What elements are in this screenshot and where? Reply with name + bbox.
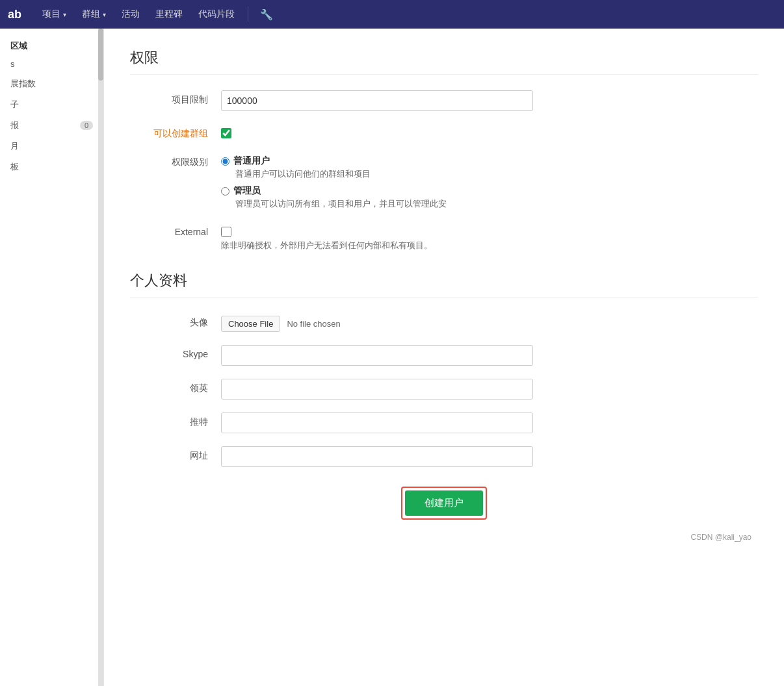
website-control bbox=[221, 446, 533, 467]
skype-input[interactable] bbox=[221, 345, 533, 366]
sidebar-item-board[interactable]: 板 bbox=[0, 157, 103, 177]
nav-item-snippets[interactable]: 代码片段 bbox=[190, 0, 242, 29]
website-input[interactable] bbox=[221, 446, 533, 467]
can-create-group-checkbox[interactable] bbox=[221, 128, 231, 138]
sidebar-scrollbar bbox=[98, 29, 103, 686]
nav-divider bbox=[248, 6, 248, 22]
wrench-icon[interactable]: 🔧 bbox=[254, 8, 280, 21]
regular-user-label: 普通用户 bbox=[233, 155, 270, 167]
nav-item-groups[interactable]: 群组 ▾ bbox=[74, 0, 114, 29]
nav-item-milestones[interactable]: 里程碑 bbox=[148, 0, 190, 29]
external-desc: 除非明确授权，外部用户无法看到任何内部和私有项目。 bbox=[221, 240, 533, 251]
sidebar-item-stats[interactable]: 展指数 bbox=[0, 73, 103, 94]
sidebar-item-s[interactable]: s bbox=[0, 55, 103, 73]
project-limit-label: 项目限制 bbox=[130, 90, 221, 106]
can-create-group-label: 可以创建群组 bbox=[130, 124, 221, 140]
no-file-text: No file chosen bbox=[287, 319, 340, 329]
access-level-group: 权限级别 普通用户 普通用户可以访问他们的群组和项目 管理员 管理员可以访问所有… bbox=[130, 153, 758, 210]
skype-group: Skype bbox=[130, 345, 758, 366]
admin-option: 管理员 管理员可以访问所有组，项目和用户，并且可以管理此安 bbox=[221, 185, 533, 210]
skype-control bbox=[221, 345, 533, 366]
profile-section-title: 个人资料 bbox=[130, 271, 758, 298]
admin-row: 管理员 bbox=[221, 185, 533, 197]
twitter-control bbox=[221, 413, 533, 433]
admin-radio[interactable] bbox=[221, 187, 229, 196]
can-create-group-group: 可以创建群组 bbox=[130, 124, 758, 140]
layout: 区域 s 展指数 子 报 0 月 板 权限 项目限制 bbox=[0, 29, 784, 686]
can-create-group-control bbox=[221, 124, 533, 138]
avatar-control: Choose File No file chosen bbox=[221, 313, 533, 332]
website-group: 网址 bbox=[130, 446, 758, 467]
access-level-control: 普通用户 普通用户可以访问他们的群组和项目 管理员 管理员可以访问所有组，项目和… bbox=[221, 153, 533, 210]
twitter-input[interactable] bbox=[221, 413, 533, 433]
external-checkbox-wrap bbox=[221, 223, 533, 237]
nav-item-projects[interactable]: 项目 ▾ bbox=[34, 0, 74, 29]
submit-wrap: 创建用户 bbox=[130, 487, 758, 520]
sidebar-item-monthly[interactable]: 月 bbox=[0, 136, 103, 157]
linkedin-group: 领英 bbox=[130, 379, 758, 400]
brand-logo[interactable]: ab bbox=[8, 8, 21, 21]
avatar-group: 头像 Choose File No file chosen bbox=[130, 313, 758, 332]
choose-file-button[interactable]: Choose File bbox=[221, 316, 280, 332]
project-limit-control bbox=[221, 90, 533, 111]
sidebar: 区域 s 展指数 子 报 0 月 板 bbox=[0, 29, 104, 686]
twitter-label: 推特 bbox=[130, 413, 221, 428]
regular-user-row: 普通用户 bbox=[221, 155, 533, 167]
project-limit-input[interactable] bbox=[221, 90, 533, 111]
external-label: External bbox=[130, 223, 221, 237]
chevron-down-icon: ▾ bbox=[63, 11, 66, 18]
external-checkbox[interactable] bbox=[221, 227, 231, 237]
access-level-label: 权限级别 bbox=[130, 153, 221, 168]
sidebar-item-report[interactable]: 报 0 bbox=[0, 115, 103, 136]
website-label: 网址 bbox=[130, 446, 221, 462]
skype-label: Skype bbox=[130, 345, 221, 359]
admin-label: 管理员 bbox=[233, 185, 261, 197]
watermark: CSDN @kali_yao bbox=[130, 533, 758, 542]
external-group: External 除非明确授权，外部用户无法看到任何内部和私有项目。 bbox=[130, 223, 758, 251]
sidebar-scrollbar-thumb[interactable] bbox=[98, 29, 103, 81]
project-limit-group: 项目限制 bbox=[130, 90, 758, 111]
nav-item-activity[interactable]: 活动 bbox=[114, 0, 148, 29]
external-control: 除非明确授权，外部用户无法看到任何内部和私有项目。 bbox=[221, 223, 533, 251]
sidebar-section-title: 区域 bbox=[0, 35, 103, 55]
main-content: 权限 项目限制 可以创建群组 权限级别 普通用户 bbox=[104, 29, 784, 686]
regular-user-desc: 普通用户可以访问他们的群组和项目 bbox=[235, 168, 533, 180]
submit-button-outer: 创建用户 bbox=[401, 487, 487, 520]
sidebar-item-sub[interactable]: 子 bbox=[0, 94, 103, 115]
avatar-label: 头像 bbox=[130, 313, 221, 329]
top-nav: ab 项目 ▾ 群组 ▾ 活动 里程碑 代码片段 🔧 bbox=[0, 0, 784, 29]
regular-user-option: 普通用户 普通用户可以访问他们的群组和项目 bbox=[221, 155, 533, 180]
report-badge: 0 bbox=[80, 121, 93, 130]
linkedin-input[interactable] bbox=[221, 379, 533, 400]
admin-desc: 管理员可以访问所有组，项目和用户，并且可以管理此安 bbox=[235, 198, 533, 210]
linkedin-label: 领英 bbox=[130, 379, 221, 394]
linkedin-control bbox=[221, 379, 533, 400]
chevron-down-icon: ▾ bbox=[103, 11, 106, 18]
permissions-section-title: 权限 bbox=[130, 48, 758, 75]
create-user-button[interactable]: 创建用户 bbox=[405, 490, 483, 516]
regular-user-radio[interactable] bbox=[221, 157, 229, 166]
twitter-group: 推特 bbox=[130, 413, 758, 433]
